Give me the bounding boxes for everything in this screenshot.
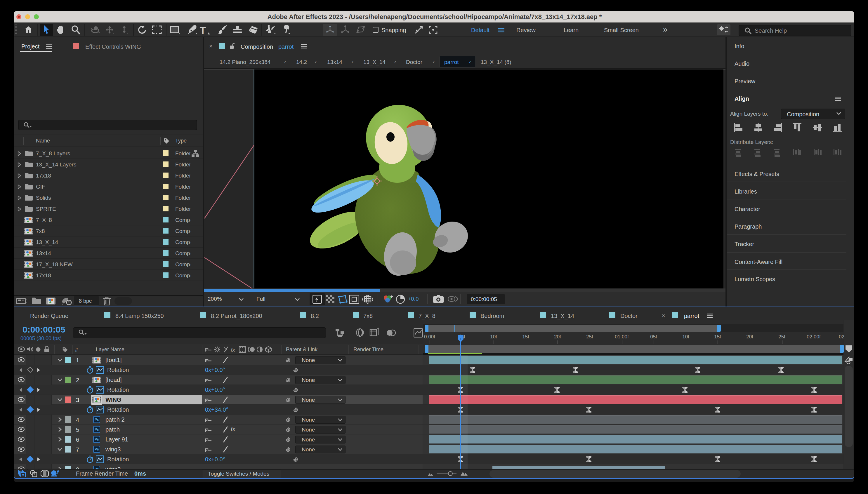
svg-text:Ps: Ps	[95, 418, 99, 422]
svg-text:Ps: Ps	[95, 428, 99, 432]
svg-text:Ps: Ps	[95, 447, 99, 451]
svg-text:Ps: Ps	[95, 437, 99, 441]
